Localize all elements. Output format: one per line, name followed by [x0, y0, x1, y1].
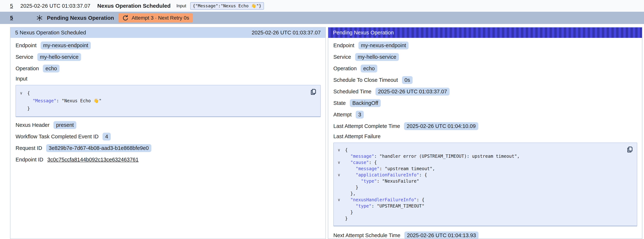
field-row: Endpoint ID3c0c75ccfa8144b092c13ce632463… — [16, 155, 321, 164]
code-text: "type": "UPSTREAM_TIMEOUT" — [345, 204, 424, 208]
field-label: Service — [333, 54, 351, 60]
chevron-down-icon[interactable]: ∨ — [20, 91, 27, 95]
code-text: }, — [345, 191, 356, 196]
code-line: ∨ "nexusHandlerFailureInfo": { — [338, 197, 624, 203]
event-detail-group: 5 Nexus Operation Scheduled 2025-02-26 U… — [10, 27, 642, 239]
field-row: Operationecho — [16, 64, 321, 73]
code-line: "type": "NexusFailure" — [338, 178, 624, 184]
field-value-badge: BackingOff — [350, 99, 381, 107]
code-text: "message": "upstream timeout", — [345, 166, 435, 171]
field-value-badge: 0s — [402, 76, 413, 84]
field-row: Schedule To Close Timeout0s — [333, 76, 637, 84]
pending-operation-row[interactable]: 5 Pending Nexus Operation Attempt 3 · Ne… — [0, 12, 644, 24]
code-text: } — [345, 210, 353, 215]
code-text: "type": "NexusFailure" — [345, 178, 419, 184]
failure-block-label: Last Attempt Failure — [333, 134, 637, 140]
field-row: Endpointmy-nexus-endpoint — [16, 41, 321, 50]
field-row: Nexus Headerpresent — [16, 121, 321, 129]
retry-badge-label: Attempt 3 · Next Retry 0s — [132, 15, 189, 21]
field-label: Request ID — [16, 145, 42, 151]
code-line: "message": "handler error (UPSTREAM_TIME… — [338, 153, 624, 160]
field-label: Schedule To Close Timeout — [333, 77, 398, 83]
code-text: "nexusHandlerFailureInfo": { — [345, 197, 424, 202]
field-value-badge: 3e829b7e-7d67-4b08-aad3-b1e868bfe9e0 — [46, 144, 152, 152]
input-code-block: ∨{ "Message": "Nexus Echo 👋"} — [16, 85, 321, 117]
field-value-badge: present — [54, 121, 76, 129]
field-label: Service — [16, 54, 33, 60]
field-row: Request ID3e829b7e-7d67-4b08-aad3-b1e868… — [16, 144, 321, 152]
chevron-down-icon[interactable]: ∨ — [338, 198, 345, 202]
pending-operation-panel: Pending Nexus Operation Endpointmy-nexus… — [328, 27, 642, 239]
pending-panel-header: Pending Nexus Operation — [328, 28, 642, 38]
code-line: "Message": "Nexus Echo 👋" — [20, 97, 308, 105]
scheduled-event-panel: 5 Nexus Operation Scheduled 2025-02-26 U… — [10, 27, 326, 239]
field-row: Last Attempt Complete Time2025-02-26 UTC… — [333, 122, 637, 130]
asterisk-spinner-icon — [36, 15, 43, 21]
scheduled-panel-header: 5 Nexus Operation Scheduled 2025-02-26 U… — [10, 28, 326, 38]
event-summary-row[interactable]: 5 2025-02-26 UTC 01:03:37.07 Nexus Opera… — [0, 0, 644, 12]
field-row: Operationecho — [333, 64, 637, 73]
code-text: { — [345, 148, 348, 152]
field-value-badge: 2025-02-26 UTC 01:04:13.93 — [404, 232, 478, 239]
field-value-badge: 2025-02-26 UTC 01:03:37.07 — [376, 88, 450, 96]
copy-icon[interactable] — [626, 146, 634, 154]
code-line: ∨{ — [338, 147, 624, 153]
field-label: Scheduled Time — [333, 88, 372, 94]
chevron-down-icon[interactable]: ∨ — [338, 173, 345, 177]
field-value-badge: my-nexus-endpoint — [358, 42, 409, 50]
chevron-down-icon[interactable]: ∨ — [338, 160, 345, 164]
retry-badge: Attempt 3 · Next Retry 0s — [118, 13, 193, 22]
field-row: StateBackingOff — [333, 99, 637, 107]
code-line: } — [20, 105, 308, 112]
code-line: ∨ "applicationFailureInfo": { — [338, 172, 624, 178]
input-block-label: Input — [16, 76, 321, 82]
pending-id-link[interactable]: 5 — [10, 15, 13, 21]
field-label: Endpoint — [333, 42, 354, 48]
input-preview-badge: {"Message":"Nexus Echo 👋"} — [190, 2, 264, 10]
field-value-badge: 4 — [102, 133, 110, 140]
field-value-badge: echo — [361, 64, 377, 72]
endpoint-id-link[interactable]: 3c0c75ccfa8144b092c13ce632463761 — [48, 157, 138, 163]
field-label: Attempt — [333, 112, 352, 118]
code-line: "type": "UPSTREAM_TIMEOUT" — [338, 203, 624, 209]
field-label: Operation — [16, 66, 39, 72]
event-title: Nexus Operation Scheduled — [98, 3, 170, 9]
code-line: } — [338, 184, 624, 190]
code-text: "cause": { — [345, 160, 377, 165]
field-label: Next Attempt Schedule Time — [333, 232, 400, 238]
field-label: Workflow Task Completed Event ID — [16, 134, 98, 140]
event-timestamp: 2025-02-26 UTC 01:03:37.07 — [20, 3, 90, 9]
field-label: Endpoint ID — [16, 157, 44, 163]
code-text: } — [27, 106, 30, 111]
field-value-badge: my-hello-service — [355, 53, 399, 61]
code-text: } — [345, 216, 348, 221]
input-label: Input — [176, 3, 186, 8]
pending-panel-title: Pending Nexus Operation — [333, 30, 394, 36]
pending-title: Pending Nexus Operation — [47, 15, 114, 21]
retry-arrow-icon — [122, 15, 129, 21]
field-row: Servicemy-hello-service — [16, 53, 321, 61]
field-row: Attempt3 — [333, 110, 637, 119]
field-row: Servicemy-hello-service — [333, 53, 637, 61]
field-row: Scheduled Time2025-02-26 UTC 01:03:37.07 — [333, 87, 637, 96]
code-line: ∨{ — [20, 89, 308, 97]
code-line: }, — [338, 190, 624, 197]
code-line: } — [338, 216, 624, 222]
field-value-badge: 3 — [356, 111, 364, 118]
code-line: "message": "upstream timeout", — [338, 166, 624, 172]
copy-icon[interactable] — [310, 88, 317, 96]
code-text: "Message": "Nexus Echo 👋" — [27, 98, 102, 104]
field-value-badge: my-nexus-endpoint — [41, 42, 91, 50]
code-text: { — [27, 90, 30, 96]
field-row: Workflow Task Completed Event ID4 — [16, 132, 321, 141]
event-id-link[interactable]: 5 — [10, 3, 13, 9]
field-value-badge: my-hello-service — [37, 53, 81, 61]
chevron-down-icon[interactable]: ∨ — [338, 148, 345, 152]
code-line: } — [338, 209, 624, 216]
code-text: "applicationFailureInfo": { — [345, 172, 427, 178]
field-label: Endpoint — [16, 42, 36, 48]
code-line: ∨ "cause": { — [338, 160, 624, 166]
scheduled-panel-timestamp: 2025-02-26 UTC 01:03:37.07 — [252, 30, 321, 36]
code-text: } — [345, 185, 358, 190]
failure-code-block: ∨{ "message": "handler error (UPSTREAM_T… — [333, 142, 637, 226]
